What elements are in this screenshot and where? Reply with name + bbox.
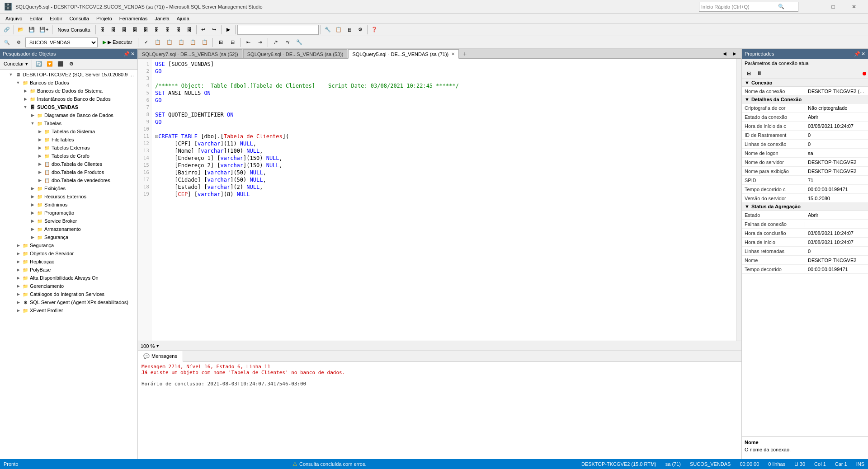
parse-btn3[interactable]: 📋: [176, 38, 186, 47]
oe-stop-btn[interactable]: ⬛: [56, 59, 66, 69]
tree-exibicoes[interactable]: ▶ 📁 Exibições: [0, 184, 137, 192]
open-file-button[interactable]: 📂: [16, 25, 26, 35]
oe-settings-btn[interactable]: ⚙: [66, 59, 76, 69]
new-conn-button[interactable]: 🔗: [2, 25, 12, 35]
database-selector[interactable]: SUCOS_VENDAS: [25, 38, 98, 47]
tab-query5[interactable]: SQLQuery5.sql - DE...S_VENDAS (sa (71)) …: [348, 49, 459, 59]
tree-programacao[interactable]: ▶ 📁 Programação: [0, 209, 137, 217]
sql-editor[interactable]: USE [SUCOS_VENDAS] GO /****** Object: Ta…: [151, 59, 736, 341]
tab-scroll-left[interactable]: ◀: [720, 48, 730, 58]
tree-tab-vendedores[interactable]: ▶ 📋 dbo.Tabela de vendedores: [0, 176, 137, 184]
oe-refresh-btn[interactable]: 🔄: [34, 59, 44, 69]
tree-objetos-servidor[interactable]: ▶ 📁 Objetos de Servidor: [0, 249, 137, 258]
oe-close-icon[interactable]: ✕: [131, 51, 135, 57]
tree-instantaneos[interactable]: ▶ 📁 Instantâneos do Banco de Dados: [0, 95, 137, 103]
tree-bancos[interactable]: ▼ 📁 Bancos de Dados: [0, 79, 137, 87]
tree-tab-externas[interactable]: ▶ 📁 Tabelas Externas: [0, 144, 137, 152]
tree-tab-clientes[interactable]: ▶ 📋 dbo.Tabela de Clientes: [0, 160, 137, 168]
tree-tab-grafo[interactable]: ▶ 📁 Tabelas de Grafo: [0, 152, 137, 160]
tbl-btn1[interactable]: ⊞: [216, 38, 226, 47]
save-all-button[interactable]: 💾+: [38, 25, 50, 35]
editor-scrollbar[interactable]: [736, 59, 741, 341]
minimize-button[interactable]: ─: [802, 0, 823, 14]
menu-projeto[interactable]: Projeto: [93, 15, 116, 22]
quick-search-container[interactable]: 🔍: [699, 2, 798, 12]
prop-section-conexao[interactable]: ▼ Conexão: [742, 79, 868, 87]
oe-pin-icon[interactable]: 📌: [123, 51, 130, 57]
parse-btn4[interactable]: 📋: [188, 38, 198, 47]
tab-scroll-right[interactable]: ▶: [730, 48, 740, 58]
prop-alpha-btn[interactable]: Ⅲ: [755, 69, 764, 79]
tbl-btn2[interactable]: ⊟: [227, 38, 237, 47]
tree-diagramas[interactable]: ▶ 📁 Diagramas de Banco de Dados: [0, 111, 137, 119]
tab-query7[interactable]: SQLQuery7.sql - DE...S_VENDAS (sa (52)): [138, 49, 242, 58]
tree-server[interactable]: ▼ 🖥 DESKTOP-TKCGVE2 (SQL Server 15.0.208…: [0, 70, 137, 79]
toolbar-settings2[interactable]: 📋: [334, 25, 344, 35]
tree-tabelas[interactable]: ▼ 📁 Tabelas: [0, 119, 137, 127]
tree-armazenamento[interactable]: ▶ 📁 Armazenamento: [0, 225, 137, 233]
menu-janela[interactable]: Janela: [151, 15, 173, 22]
tree-sinonimos[interactable]: ▶ 📁 Sinônimos: [0, 201, 137, 209]
toolbar-settings4[interactable]: ⚙: [355, 25, 365, 35]
tree-tab-produtos[interactable]: ▶ 📋 dbo.Tabela de Produtos: [0, 168, 137, 176]
prop-close-icon[interactable]: ✕: [861, 51, 865, 57]
parse-btn5[interactable]: 📋: [200, 38, 210, 47]
toolbar-db6[interactable]: 🗄: [152, 25, 162, 35]
toolbar-db7[interactable]: 🗄: [163, 25, 173, 35]
tree-filetables[interactable]: ▶ 📁 FileTables: [0, 136, 137, 144]
parse-btn1[interactable]: 📋: [153, 38, 163, 47]
tree-catalogos[interactable]: ▶ 📁 Catálogos do Integration Services: [0, 290, 137, 298]
maximize-button[interactable]: □: [823, 0, 844, 14]
menu-ferramentas[interactable]: Ferramentas: [116, 15, 151, 22]
tree-sql-agent[interactable]: ▶ ⚙ SQL Server Agent (Agent XPs desabili…: [0, 298, 137, 306]
redo-button[interactable]: ↪: [209, 25, 219, 35]
zoom-dropdown-icon[interactable]: ▾: [156, 343, 159, 349]
toolbar2-btn1[interactable]: 🔍: [2, 38, 12, 47]
tree-replicacao[interactable]: ▶ 📁 Replicação: [0, 258, 137, 266]
tree-seguranca-root[interactable]: ▶ 📁 Segurança: [0, 241, 137, 249]
prop-section-detalhes[interactable]: ▼ Detalhes da Conexão: [742, 96, 868, 103]
menu-arquivo[interactable]: Arquivo: [2, 15, 26, 22]
prop-section-status[interactable]: ▼ Status da Agregação: [742, 203, 868, 211]
toolbar-settings1[interactable]: 🔧: [323, 25, 333, 35]
toolbar-db8[interactable]: 🗄: [174, 25, 184, 35]
indent-btn1[interactable]: ⇤: [243, 38, 253, 47]
template-search[interactable]: [237, 25, 319, 35]
toolbar-db9[interactable]: 🗄: [184, 25, 194, 35]
check-btn[interactable]: ✓: [141, 38, 151, 47]
toolbar-db4[interactable]: 🗄: [130, 25, 140, 35]
oe-filter-btn[interactable]: 🔽: [45, 59, 55, 69]
tab5-close-icon[interactable]: ✕: [451, 52, 455, 56]
menu-ajuda[interactable]: Ajuda: [173, 15, 193, 22]
save-button[interactable]: 💾: [27, 25, 37, 35]
toolbar-db1[interactable]: 🗄: [98, 25, 108, 35]
result-tab-mensagens[interactable]: 💬 Mensagens: [138, 351, 183, 362]
toolbar-db2[interactable]: 🗄: [108, 25, 118, 35]
toolbar2-btn2[interactable]: ⚙: [14, 38, 24, 47]
comment-btn1[interactable]: /*: [271, 38, 281, 47]
parse-btn2[interactable]: 📋: [165, 38, 175, 47]
menu-consulta[interactable]: Consulta: [66, 15, 93, 22]
quick-search-input[interactable]: [701, 4, 778, 9]
tree-seguranca-db[interactable]: ▶ 📁 Segurança: [0, 233, 137, 241]
add-tab-button[interactable]: +: [460, 49, 470, 58]
tree-xevent[interactable]: ▶ 📁 XEvent Profiler: [0, 306, 137, 314]
toolbar-settings3[interactable]: 🖥: [344, 25, 354, 35]
misc-btn1[interactable]: 🔧: [294, 38, 304, 47]
tree-polybase[interactable]: ▶ 📁 PolyBase: [0, 266, 137, 274]
help-button[interactable]: ❓: [369, 25, 379, 35]
prop-pin-icon[interactable]: 📌: [854, 51, 860, 57]
close-button[interactable]: ✕: [844, 0, 864, 14]
menu-editar[interactable]: Editar: [26, 15, 46, 22]
comment-btn2[interactable]: */: [283, 38, 292, 47]
menu-exibir[interactable]: Exibir: [46, 15, 66, 22]
tab-query6[interactable]: SQLQuery6.sql - DE...S_VENDAS (sa (53)): [243, 49, 348, 58]
execute-button[interactable]: ▶ ▶ Executar: [99, 38, 135, 47]
tree-gerenciamento[interactable]: ▶ 📁 Gerenciamento: [0, 282, 137, 290]
toolbar-db5[interactable]: 🗄: [141, 25, 151, 35]
indent-btn2[interactable]: ⇥: [255, 38, 265, 47]
debug-button[interactable]: ▶: [223, 25, 233, 35]
undo-button[interactable]: ↩: [198, 25, 208, 35]
editor-area[interactable]: 1 2 3 4 5 6 7 8 9 10 11 12 13 14 15 16 1…: [138, 59, 741, 341]
tree-system-dbs[interactable]: ▶ 📁 Bancos de Dados do Sistema: [0, 87, 137, 95]
